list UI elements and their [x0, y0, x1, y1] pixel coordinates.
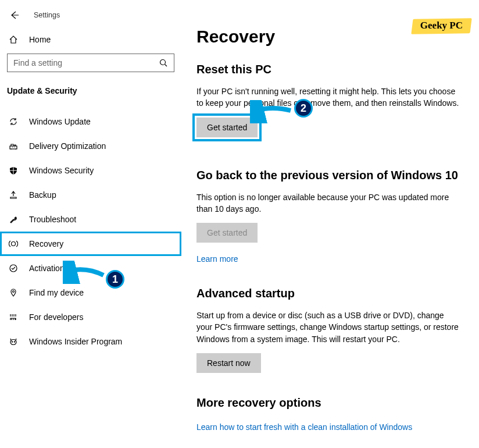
- insider-icon: [8, 336, 19, 347]
- svg-point-3: [10, 265, 17, 272]
- sidebar-item-insider[interactable]: Windows Insider Program: [0, 329, 181, 354]
- watermark: Geeky PC: [413, 17, 470, 35]
- sidebar-item-troubleshoot[interactable]: Troubleshoot: [0, 207, 181, 232]
- sidebar-item-label: Troubleshoot: [29, 215, 76, 224]
- section-title-reset: Reset this PC: [196, 63, 464, 76]
- svg-point-7: [14, 341, 15, 342]
- goback-desc: This option is no longer available becau…: [196, 191, 462, 215]
- restart-now-button[interactable]: Restart now: [196, 353, 261, 373]
- reset-get-started-button[interactable]: Get started: [196, 118, 258, 137]
- sidebar: Settings Home Update & Security Windows …: [0, 0, 181, 448]
- sidebar-item-label: Windows Security: [29, 166, 94, 175]
- sidebar-item-for-developers[interactable]: For developers: [0, 305, 181, 329]
- sidebar-item-label: Activation: [29, 264, 65, 273]
- sync-icon: [8, 116, 19, 127]
- home-icon: [8, 35, 19, 44]
- sidebar-item-label: Recovery: [29, 239, 63, 248]
- advanced-desc: Start up from a device or disc (such as …: [196, 310, 462, 345]
- sidebar-item-windows-update[interactable]: Windows Update: [0, 109, 181, 134]
- backup-icon: [8, 190, 19, 200]
- sidebar-item-activation[interactable]: Activation: [0, 256, 181, 280]
- sidebar-item-label: Windows Update: [29, 117, 91, 126]
- svg-point-2: [12, 242, 16, 246]
- fresh-install-link[interactable]: Learn how to start fresh with a clean in…: [196, 422, 412, 432]
- reset-desc: If your PC isn't running well, resetting…: [196, 86, 462, 109]
- svg-rect-1: [10, 146, 17, 149]
- search-input[interactable]: [13, 58, 159, 67]
- main-panel: Recovery Reset this PC If your PC isn't …: [181, 0, 479, 448]
- sidebar-item-find-my-device[interactable]: Find my device: [0, 280, 181, 305]
- sidebar-item-home[interactable]: Home: [0, 29, 181, 54]
- app-title: Settings: [34, 11, 60, 19]
- svg-point-6: [12, 341, 13, 342]
- sidebar-item-label: Windows Insider Program: [29, 337, 122, 346]
- sidebar-item-recovery[interactable]: Recovery: [0, 232, 181, 256]
- search-box[interactable]: [7, 54, 174, 72]
- sidebar-item-label: Backup: [29, 190, 56, 200]
- sidebar-item-label: Delivery Optimization: [29, 141, 106, 151]
- delivery-icon: [8, 141, 19, 151]
- check-circle-icon: [8, 263, 19, 273]
- back-button[interactable]: [8, 9, 20, 21]
- sidebar-item-label: For developers: [29, 312, 83, 322]
- section-title-goback: Go back to the previous version of Windo…: [196, 169, 464, 182]
- location-icon: [8, 287, 19, 298]
- sidebar-item-delivery-optimization[interactable]: Delivery Optimization: [0, 134, 181, 158]
- home-label: Home: [29, 35, 51, 44]
- recovery-icon: [8, 239, 19, 249]
- goback-get-started-button: Get started: [196, 223, 258, 243]
- sidebar-item-windows-security[interactable]: Windows Security: [0, 158, 181, 183]
- search-icon: [159, 59, 168, 67]
- sidebar-item-backup[interactable]: Backup: [0, 183, 181, 207]
- svg-point-0: [160, 60, 166, 65]
- developer-icon: [8, 312, 19, 322]
- learn-more-link[interactable]: Learn more: [196, 254, 238, 264]
- section-title-more: More recovery options: [196, 396, 464, 410]
- svg-point-4: [13, 291, 15, 293]
- section-title-advanced: Advanced startup: [196, 287, 464, 300]
- section-header: Update & Security: [0, 81, 181, 109]
- svg-point-5: [10, 340, 16, 345]
- wrench-icon: [8, 214, 19, 225]
- sidebar-item-label: Find my device: [29, 288, 84, 297]
- shield-icon: [8, 165, 19, 176]
